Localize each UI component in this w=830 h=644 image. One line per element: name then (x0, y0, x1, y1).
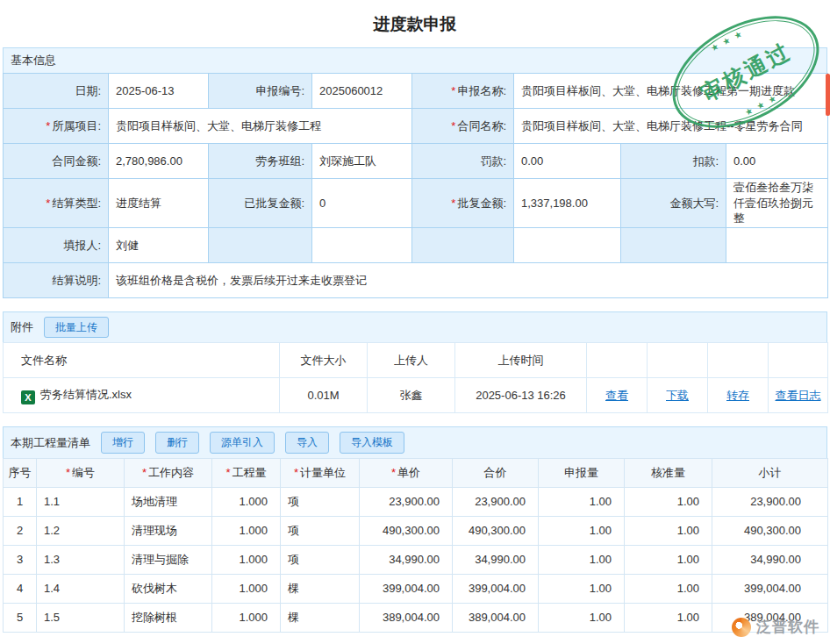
required-marker: * (46, 197, 50, 210)
items-title: 本期工程量清单 (11, 435, 90, 451)
contract-amount-label: 合同金额: (4, 144, 109, 179)
required-marker: * (46, 119, 50, 132)
file-upload-time: 2025-06-13 16:26 (455, 378, 587, 413)
col-unit: *计量单位 (281, 458, 360, 487)
project-label: *所属项目: (4, 109, 109, 144)
view-link[interactable]: 查看 (605, 389, 628, 402)
view-log-link[interactable]: 查看日志 (776, 389, 821, 402)
quantity-cell: 1.000 (212, 603, 281, 632)
action-cell: 转存 (708, 378, 769, 413)
import-template-button[interactable]: 导入模板 (340, 432, 404, 453)
scrollbar-thumb[interactable] (826, 74, 830, 116)
unit-price-cell: 399,004.00 (360, 574, 453, 603)
reporter-value: 刘健 (109, 228, 209, 263)
col-total-price: 合价 (453, 458, 539, 487)
declared-qty-cell: 1.00 (539, 603, 625, 632)
col-action-empty (708, 343, 769, 378)
source-import-button[interactable]: 源单引入 (210, 432, 275, 453)
penalty-value: 0.00 (514, 144, 621, 179)
brand-logo-icon (732, 618, 751, 637)
unit-price-cell: 23,900.00 (360, 487, 453, 516)
subtotal-cell: 490,300.00 (712, 516, 828, 545)
required-marker: * (294, 466, 298, 479)
empty-label-cell (412, 228, 514, 263)
declaration-name-value: 贵阳项目样板间、大堂、电梯厅装修工程第一期进度款 (514, 74, 828, 109)
col-declared-qty: 申报量 (539, 458, 625, 487)
unit-price-cell: 34,990.00 (360, 545, 453, 574)
contract-amount-value: 2,780,986.00 (109, 144, 209, 179)
amount-in-words-label: 金额大写: (621, 179, 726, 228)
work-content-cell: 清理与掘除 (125, 545, 212, 574)
seq-cell: 1 (4, 487, 37, 516)
items-table: 序号 *编号 *工作内容 *工程量 *计量单位 *单价 合价 申报量 核准量 小… (3, 458, 828, 633)
col-action-empty (769, 343, 828, 378)
col-upload-time: 上传时间 (455, 343, 587, 378)
items-header-bar: 本期工程量清单 增行 删行 源单引入 导入 导入模板 (3, 426, 827, 458)
total-price-cell: 34,990.00 (453, 545, 539, 574)
declared-qty-cell: 1.00 (539, 487, 625, 516)
file-uploader: 张鑫 (368, 378, 455, 413)
items-header-row: 序号 *编号 *工作内容 *工程量 *计量单位 *单价 合价 申报量 核准量 小… (4, 458, 828, 487)
declared-qty-cell: 1.00 (539, 545, 625, 574)
empty-value-cell (312, 228, 412, 263)
unit-cell: 棵 (281, 574, 360, 603)
quantity-cell: 1.000 (212, 574, 281, 603)
required-marker: * (391, 466, 396, 479)
work-content-cell: 砍伐树木 (125, 574, 212, 603)
declared-qty-cell: 1.00 (539, 574, 625, 603)
footer-brand: 泛普软件 (732, 617, 819, 637)
work-content-cell: 清理现场 (125, 516, 212, 545)
deduction-value: 0.00 (726, 144, 828, 179)
download-link[interactable]: 下载 (666, 389, 689, 402)
code-cell: 1.2 (37, 516, 125, 545)
delete-row-button[interactable]: 删行 (155, 432, 199, 453)
approved-qty-cell: 1.00 (625, 545, 712, 574)
subtotal-cell: 23,900.00 (712, 487, 828, 516)
approved-amount-value: 1,337,198.00 (514, 179, 621, 228)
code-cell: 1.3 (37, 545, 125, 574)
file-size: 0.01M (280, 378, 368, 413)
settlement-note-label: 结算说明: (4, 263, 109, 298)
excel-file-icon: X (21, 390, 35, 404)
col-file-name: 文件名称 (4, 343, 280, 378)
code-cell: 1.4 (37, 574, 125, 603)
col-file-size: 文件大小 (280, 343, 368, 378)
col-subtotal: 小计 (712, 458, 828, 487)
approved-done-label: 已批复金额: (209, 179, 312, 228)
col-unit-price: *单价 (360, 458, 453, 487)
contract-name-value: 贵阳项目样板间、大堂、电梯厅装修工程--零星劳务合同 (514, 109, 828, 144)
brand-name: 泛普软件 (756, 617, 819, 637)
col-code: *编号 (37, 458, 125, 487)
basic-info-section: 基本信息 日期: 2025-06-13 申报编号: 2025060012 *申报… (3, 47, 827, 298)
attachments-title: 附件 (11, 319, 33, 335)
item-row: 5 1.5 挖除树根 1.000 棵 389,004.00 389,004.00… (4, 603, 828, 632)
seq-cell: 5 (4, 603, 37, 632)
unit-cell: 项 (281, 545, 360, 574)
penalty-label: 罚款: (412, 144, 514, 179)
unit-price-cell: 490,300.00 (360, 516, 453, 545)
file-name: 劳务结算情况.xlsx (40, 388, 132, 401)
batch-upload-button[interactable]: 批量上传 (44, 317, 109, 338)
empty-label-cell (621, 228, 726, 263)
unit-price-cell: 389,004.00 (360, 603, 453, 632)
approved-qty-cell: 1.00 (625, 487, 712, 516)
labor-team-label: 劳务班组: (209, 144, 312, 179)
deduction-label: 扣款: (621, 144, 726, 179)
empty-value-cell (726, 228, 828, 263)
code-cell: 1.1 (37, 487, 125, 516)
attachments-header: 附件 批量上传 (3, 311, 827, 343)
quantity-cell: 1.000 (212, 487, 281, 516)
transfer-link[interactable]: 转存 (726, 389, 749, 402)
subtotal-cell: 34,990.00 (712, 545, 828, 574)
item-row: 2 1.2 清理现场 1.000 项 490,300.00 490,300.00… (4, 516, 828, 545)
import-button[interactable]: 导入 (285, 432, 329, 453)
attachments-section: 附件 批量上传 文件名称 文件大小 上传人 上传时间 X劳务结算情况.xlsx (3, 311, 827, 413)
approved-done-value: 0 (312, 179, 412, 228)
total-price-cell: 490,300.00 (453, 516, 539, 545)
page-title: 进度款申报 (3, 0, 827, 47)
required-marker: * (66, 466, 70, 479)
add-row-button[interactable]: 增行 (101, 432, 145, 453)
required-marker: * (451, 197, 455, 210)
amount-in-words-value: 壹佰叁拾叁万柒仟壹佰玖拾捌元整 (726, 179, 828, 228)
attachments-table: 文件名称 文件大小 上传人 上传时间 X劳务结算情况.xlsx 0.01M 张鑫… (3, 342, 828, 413)
